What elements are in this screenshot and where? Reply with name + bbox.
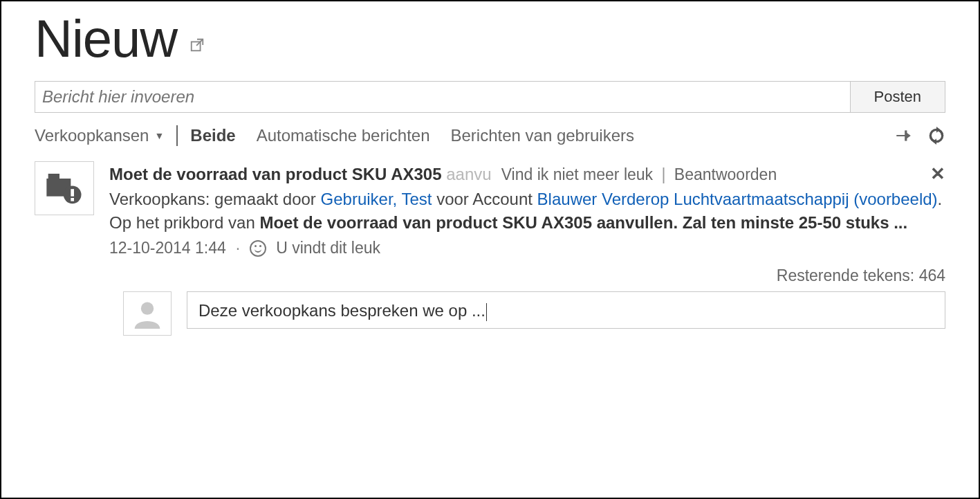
post-item: Moet de voorraad van product SKU AX305 a… xyxy=(35,161,945,336)
account-link[interactable]: Blauwer Verderop Luchtvaartmaatschappij … xyxy=(537,190,938,208)
dot-separator: · xyxy=(236,237,240,260)
svg-rect-1 xyxy=(905,130,907,140)
close-icon[interactable]: ✕ xyxy=(930,161,945,188)
smiley-icon[interactable] xyxy=(250,240,266,257)
post-title: Moet de voorraad van product SKU AX305 xyxy=(109,165,442,183)
filter-tab-user[interactable]: Berichten van gebruikers xyxy=(451,126,634,145)
svg-point-7 xyxy=(141,302,154,314)
reply-link[interactable]: Beantwoorden xyxy=(674,165,777,183)
svg-rect-5 xyxy=(71,189,74,197)
filter-tab-both[interactable]: Beide xyxy=(190,126,235,145)
refresh-icon[interactable] xyxy=(927,127,945,145)
chevron-down-icon: ▼ xyxy=(154,130,164,141)
post-wall-line: Op het prikbord van Moet de voorraad van… xyxy=(109,211,945,235)
post-type-icon xyxy=(35,161,94,215)
post-title-truncated: aanvu xyxy=(446,165,491,183)
svg-rect-2 xyxy=(48,174,59,179)
popout-icon[interactable] xyxy=(189,37,205,53)
filter-dropdown[interactable]: Verkoopkansen ▼ xyxy=(35,126,164,145)
unlike-link[interactable]: Vind ik niet meer leuk xyxy=(501,165,653,183)
like-status: U vindt dit leuk xyxy=(276,237,380,260)
post-timestamp: 12-10-2014 1:44 xyxy=(109,237,226,260)
post-context-line: Verkoopkans: gemaakt door Gebruiker, Tes… xyxy=(109,188,945,212)
separator: | xyxy=(661,165,665,183)
char-remaining: Resterende tekens: 464 xyxy=(109,264,945,287)
message-input[interactable] xyxy=(35,81,851,113)
reply-input[interactable]: Deze verkoopkans bespreken we op ... xyxy=(187,291,945,329)
filter-dropdown-label: Verkoopkansen xyxy=(35,126,149,145)
svg-rect-6 xyxy=(71,198,74,201)
avatar-icon xyxy=(123,291,172,336)
text-cursor xyxy=(486,303,487,321)
post-button[interactable]: Posten xyxy=(851,81,946,113)
page-title: Nieuw xyxy=(35,8,177,69)
pin-icon[interactable] xyxy=(894,127,912,145)
user-link[interactable]: Gebruiker, Test xyxy=(321,190,432,208)
divider xyxy=(176,125,178,146)
filter-tab-auto[interactable]: Automatische berichten xyxy=(257,126,430,145)
